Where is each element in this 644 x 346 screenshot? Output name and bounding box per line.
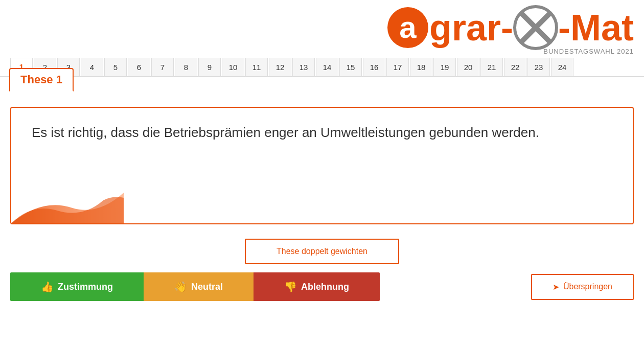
neutral-icon: 👋	[174, 281, 187, 293]
skip-button[interactable]: ➤ Überspringen	[531, 274, 634, 300]
tab-item-5[interactable]: 5	[104, 58, 127, 76]
thumbs-up-icon: 👍	[41, 281, 54, 293]
tab-item-22[interactable]: 22	[504, 58, 526, 76]
tab-item-7[interactable]: 7	[151, 58, 174, 76]
logo-container: a grar- -Mat BUNDESTAGSWAHL 2021	[387, 5, 634, 55]
these-tab: These 1	[9, 68, 74, 91]
tab-item-17[interactable]: 17	[386, 58, 409, 76]
vote-buttons: 👍 Zustimmung 👋 Neutral 👎 Ablehnung	[10, 272, 380, 301]
tab-item-19[interactable]: 19	[433, 58, 456, 76]
tab-item-21[interactable]: 21	[480, 58, 503, 76]
these-card-wrapper: These 1 Es ist richtig, dass die Betrieb…	[10, 87, 634, 224]
main-content: These 1 Es ist richtig, dass die Betrieb…	[0, 77, 644, 301]
these-text: Es ist richtig, dass die Betriebsprämien…	[32, 123, 612, 142]
tab-item-11[interactable]: 11	[245, 58, 268, 76]
thumbs-down-icon: 👎	[284, 281, 297, 293]
tab-item-23[interactable]: 23	[527, 58, 550, 76]
tabs-navigation: 123456789101112131415161718192021222324	[0, 58, 644, 77]
tab-item-15[interactable]: 15	[339, 58, 362, 76]
these-card: Es ist richtig, dass die Betriebsprämien…	[10, 107, 634, 224]
double-weight-button[interactable]: These doppelt gewichten	[245, 239, 399, 264]
logo-x-icon	[513, 5, 558, 50]
zustimmung-label: Zustimmung	[58, 282, 113, 292]
neutral-button[interactable]: 👋 Neutral	[144, 272, 254, 301]
tab-item-16[interactable]: 16	[363, 58, 385, 76]
ablehnung-button[interactable]: 👎 Ablehnung	[254, 272, 380, 301]
tab-item-8[interactable]: 8	[175, 58, 197, 76]
these-body: Es ist richtig, dass die Betriebsprämien…	[11, 108, 633, 157]
zustimmung-button[interactable]: 👍 Zustimmung	[10, 272, 144, 301]
tab-item-6[interactable]: 6	[128, 58, 150, 76]
tab-item-12[interactable]: 12	[269, 58, 291, 76]
skip-label: Überspringen	[563, 282, 612, 291]
logo-prefix: grar-	[429, 9, 513, 46]
orange-wave-decoration	[11, 167, 124, 223]
tab-item-14[interactable]: 14	[316, 58, 338, 76]
tab-item-10[interactable]: 10	[222, 58, 244, 76]
logo: a grar- -Mat	[387, 5, 634, 50]
vote-row: 👍 Zustimmung 👋 Neutral 👎 Ablehnung ➤ Übe…	[10, 272, 634, 301]
skip-arrow-icon: ➤	[553, 282, 559, 292]
tab-item-4[interactable]: 4	[81, 58, 103, 76]
logo-a-icon: a	[387, 7, 428, 48]
tab-item-13[interactable]: 13	[292, 58, 315, 76]
tab-item-20[interactable]: 20	[457, 58, 479, 76]
header: a grar- -Mat BUNDESTAGSWAHL 2021	[0, 0, 644, 58]
tab-item-24[interactable]: 24	[551, 58, 573, 76]
tab-item-9[interactable]: 9	[198, 58, 221, 76]
neutral-label: Neutral	[191, 282, 223, 292]
logo-suffix: -Mat	[558, 9, 634, 46]
ablehnung-label: Ablehnung	[301, 282, 349, 292]
actions-row: These doppelt gewichten	[10, 239, 634, 264]
tab-item-18[interactable]: 18	[410, 58, 432, 76]
these-tab-label: These 1	[20, 73, 62, 86]
